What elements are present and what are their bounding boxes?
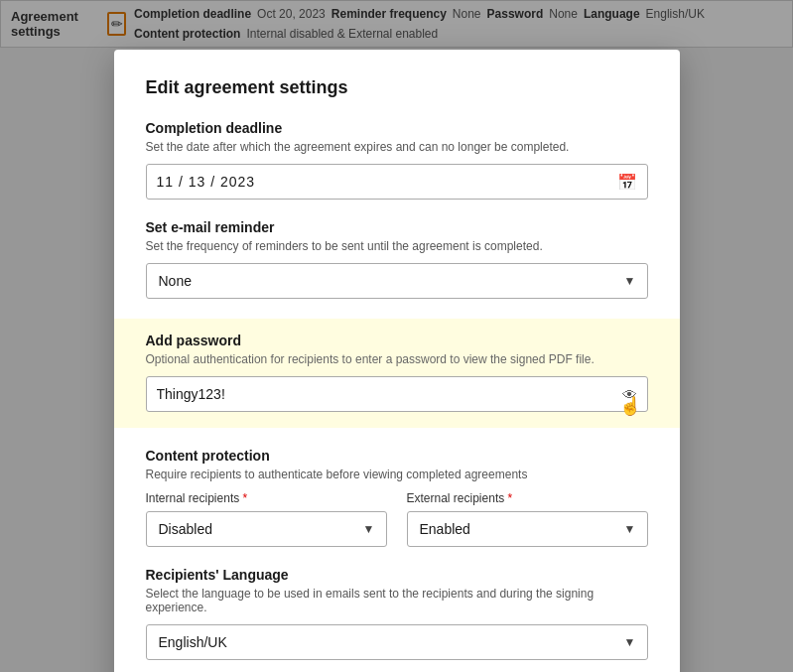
external-recipients-select[interactable]: Disabled Enabled bbox=[407, 511, 648, 547]
language-select[interactable]: English/UK English/US French German Span… bbox=[146, 624, 648, 660]
internal-recipients-select-wrapper[interactable]: Disabled Enabled ▼ bbox=[146, 511, 387, 547]
password-input-row[interactable]: 👁 bbox=[146, 376, 648, 412]
external-required-star: * bbox=[508, 491, 513, 505]
reminder-frequency-select-wrapper[interactable]: None Every day Every week Every 3 days ▼ bbox=[146, 263, 648, 299]
date-input-row[interactable]: 📅 bbox=[146, 164, 648, 200]
language-select-wrapper[interactable]: English/UK English/US French German Span… bbox=[146, 624, 648, 660]
calendar-icon[interactable]: 📅 bbox=[617, 173, 637, 192]
completion-deadline-section: Completion deadline Set the date after w… bbox=[146, 120, 648, 200]
external-recipients-select-wrapper[interactable]: Disabled Enabled ▼ bbox=[407, 511, 648, 547]
completion-deadline-section-title: Completion deadline bbox=[146, 120, 648, 136]
modal-overlay: Edit agreement settings Completion deadl… bbox=[0, 0, 793, 672]
completion-deadline-desc: Set the date after which the agreement e… bbox=[146, 140, 648, 154]
internal-required-star: * bbox=[243, 491, 248, 505]
internal-recipients-label: Internal recipients * bbox=[146, 491, 387, 505]
external-recipients-label: External recipients * bbox=[407, 491, 648, 505]
content-protection-section-title: Content protection bbox=[146, 448, 648, 464]
password-section-title: Add password bbox=[146, 333, 648, 348]
reminder-frequency-select[interactable]: None Every day Every week Every 3 days bbox=[146, 263, 648, 299]
email-reminder-desc: Set the frequency of reminders to be sen… bbox=[146, 239, 648, 253]
internal-recipients-group: Internal recipients * Disabled Enabled ▼ bbox=[146, 491, 387, 547]
content-protection-desc: Require recipients to authenticate befor… bbox=[146, 468, 648, 481]
email-reminder-section: Set e-mail reminder Set the frequency of… bbox=[146, 219, 648, 299]
modal-title: Edit agreement settings bbox=[146, 77, 648, 98]
content-protection-section: Content protection Require recipients to… bbox=[146, 448, 648, 547]
internal-recipients-select[interactable]: Disabled Enabled bbox=[146, 511, 387, 547]
eye-icon[interactable]: 👁 bbox=[622, 386, 637, 403]
password-section-desc: Optional authentication for recipients t… bbox=[146, 352, 648, 366]
date-input[interactable] bbox=[157, 174, 617, 190]
email-reminder-title: Set e-mail reminder bbox=[146, 219, 648, 235]
language-section-desc: Select the language to be used in emails… bbox=[146, 587, 648, 614]
external-recipients-group: External recipients * Disabled Enabled ▼ bbox=[407, 491, 648, 547]
recipients-row: Internal recipients * Disabled Enabled ▼… bbox=[146, 491, 648, 547]
language-section: Recipients' Language Select the language… bbox=[146, 567, 648, 660]
language-section-title: Recipients' Language bbox=[146, 567, 648, 583]
password-input[interactable] bbox=[157, 386, 622, 402]
edit-agreement-modal: Edit agreement settings Completion deadl… bbox=[114, 50, 680, 672]
password-section: Add password Optional authentication for… bbox=[114, 319, 680, 428]
